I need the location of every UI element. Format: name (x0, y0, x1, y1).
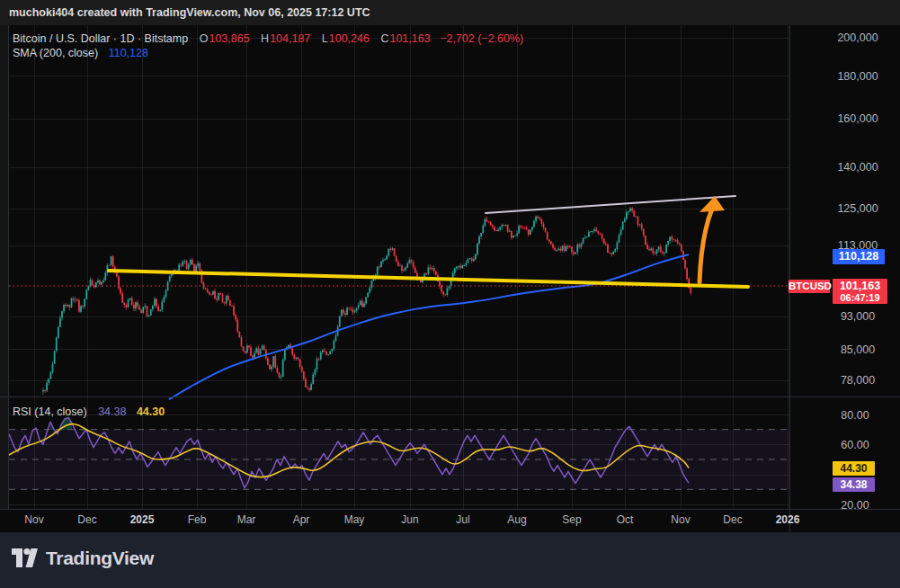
open-value: 103,865 (209, 32, 249, 45)
rsi-legend-row[interactable]: RSI (14, close) 34.38 44.30 (13, 405, 165, 419)
tradingview-snapshot: muchoki404 created with TradingView.com,… (0, 0, 900, 588)
rsi-value: 34.38 (98, 405, 126, 418)
close-label: C (380, 32, 388, 45)
attribution-text: muchoki404 created with TradingView.com,… (9, 6, 370, 19)
svg-text:160,000: 160,000 (837, 112, 878, 125)
svg-text:60.00: 60.00 (841, 439, 869, 451)
svg-text:Nov: Nov (24, 513, 43, 526)
svg-text:Nov: Nov (671, 513, 690, 526)
rsi-ma-value: 44.30 (137, 405, 165, 418)
main-legend: Bitcoin / U.S. Dollar · 1D · Bitstamp O1… (13, 31, 523, 60)
tradingview-logo-icon (12, 548, 38, 568)
open-label: O (200, 32, 209, 45)
svg-text:2025: 2025 (130, 513, 155, 526)
svg-text:140,000: 140,000 (837, 161, 878, 174)
chart-canvas[interactable]: NovDec2025FebMarAprMayJunJulAugSepOctNov… (0, 25, 900, 532)
rsi-label: RSI (14, close) (13, 405, 87, 418)
change-value: −2,702 (−2.60%) (440, 32, 523, 45)
sma-legend-row[interactable]: SMA (200, close) 110,128 (13, 46, 523, 60)
sma-label: SMA (200, close) (13, 47, 98, 59)
symbol-title: Bitcoin / U.S. Dollar · 1D · Bitstamp (13, 32, 188, 45)
rsi-ma-badge: 44.30 (833, 461, 875, 476)
attribution-bar: muchoki404 created with TradingView.com,… (0, 0, 900, 25)
time-axis[interactable]: NovDec2025FebMarAprMayJunJulAugSepOctNov… (24, 513, 799, 526)
svg-text:200,000: 200,000 (837, 31, 878, 44)
svg-text:Feb: Feb (188, 513, 207, 526)
low-value: 100,246 (329, 32, 370, 45)
svg-text:20.00: 20.00 (841, 499, 869, 512)
tradingview-logo[interactable]: TradingView (12, 548, 154, 569)
svg-text:Dec: Dec (77, 513, 96, 526)
svg-text:180,000: 180,000 (837, 70, 878, 83)
footer-bar: TradingView (0, 532, 900, 588)
rsi-badge: 34.38 (833, 477, 875, 492)
last-price-value: 101,163 (840, 280, 880, 292)
svg-text:Apr: Apr (293, 513, 310, 526)
left-gutter (0, 25, 8, 509)
symbol-legend-row[interactable]: Bitcoin / U.S. Dollar · 1D · Bitstamp O1… (13, 31, 523, 46)
chart-area[interactable]: NovDec2025FebMarAprMayJunJulAugSepOctNov… (0, 25, 900, 532)
sma-price-badge: 110,128 (833, 249, 885, 264)
low-label: L (322, 32, 328, 45)
svg-text:85,000: 85,000 (841, 343, 875, 356)
last-price-badge: 101,16306:47:19 (833, 279, 887, 304)
svg-text:Jul: Jul (456, 513, 469, 526)
svg-text:125,000: 125,000 (837, 202, 878, 215)
svg-text:80.00: 80.00 (841, 409, 869, 422)
bar-countdown: 06:47:19 (833, 292, 887, 304)
svg-text:93,000: 93,000 (841, 310, 875, 323)
svg-text:Dec: Dec (723, 513, 742, 526)
tradingview-logo-text: TradingView (46, 548, 154, 569)
high-label: H (261, 32, 269, 45)
high-value: 104,187 (270, 32, 310, 45)
svg-text:2026: 2026 (776, 513, 800, 526)
svg-text:Oct: Oct (617, 513, 634, 526)
svg-text:May: May (344, 513, 365, 526)
symbol-price-label: BTCUSD (789, 280, 830, 293)
sma-value: 110,128 (109, 47, 148, 59)
svg-text:Aug: Aug (507, 513, 526, 526)
svg-text:78,000: 78,000 (841, 374, 875, 387)
svg-text:Mar: Mar (237, 513, 256, 526)
svg-text:Sep: Sep (562, 513, 582, 526)
close-value: 101,163 (389, 32, 430, 45)
svg-text:Jun: Jun (401, 513, 418, 526)
